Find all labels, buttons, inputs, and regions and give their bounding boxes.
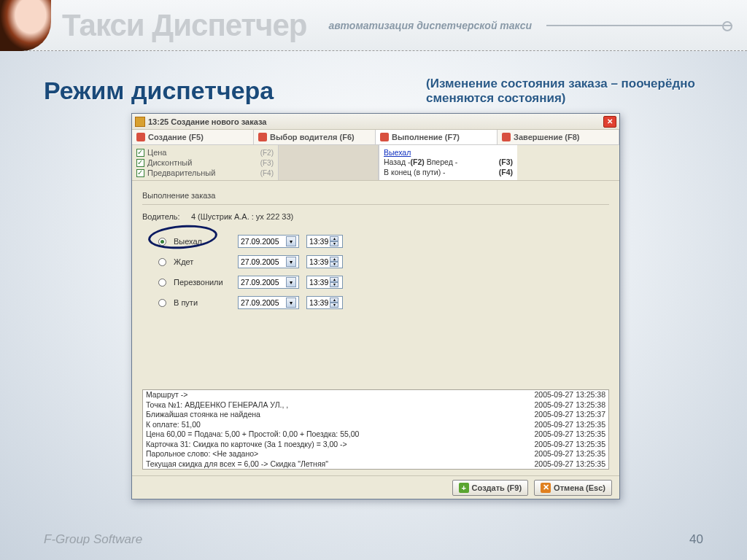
- log-line: Ближайшая стоянка не найдена2005-09-27 1…: [143, 410, 608, 420]
- spin-up-icon[interactable]: ▴: [330, 298, 338, 303]
- titlebar: 13:25 Создание нового заказа ✕: [132, 114, 619, 130]
- tab-finish[interactable]: Завершение (F8): [498, 130, 619, 144]
- log-line: Цена 60,00 = Подача: 5,00 + Простой: 0,0…: [143, 429, 608, 440]
- tab-execution[interactable]: Выполнение (F7): [376, 130, 498, 144]
- page-header: Режим диспетчера (Изменение состояния за…: [0, 51, 747, 113]
- last-col: [517, 145, 619, 180]
- create-button[interactable]: +Создать (F9): [452, 480, 528, 496]
- spin-up-icon[interactable]: ▴: [330, 236, 338, 241]
- decoration-line: [546, 25, 732, 26]
- log-line: К оплате: 51,002005-09-27 13:25:35: [143, 420, 608, 430]
- check-column: Цена(F2) Дисконтный(F3) Предварительный(…: [132, 145, 278, 180]
- check-discount[interactable]: Дисконтный(F3): [136, 158, 274, 168]
- tab-label: Выбор водителя (F6): [270, 133, 355, 141]
- subtab-body: Выехал Назад -(F2) Вперед -(F3) В конец …: [379, 145, 517, 180]
- status-block: Выехал27.09.2005▾13:39▴▾Ждет27.09.2005▾1…: [142, 231, 609, 313]
- tab-label: Выполнение (F7): [392, 133, 460, 141]
- chevron-down-icon[interactable]: ▾: [286, 257, 296, 267]
- tab-icon: [136, 133, 145, 141]
- time-input[interactable]: 13:39▴▾: [306, 296, 343, 309]
- cancel-button[interactable]: ✕Отмена (Esc): [534, 480, 612, 496]
- check-label: Дисконтный: [147, 158, 192, 167]
- radio[interactable]: [158, 238, 166, 246]
- brand-tagline: автоматизация диспетчерской такси: [329, 20, 533, 31]
- radio[interactable]: [158, 299, 166, 307]
- divider: [142, 204, 609, 205]
- check-label: Цена: [147, 148, 166, 157]
- spin-up-icon[interactable]: ▴: [330, 257, 338, 262]
- window-title: 13:25 Создание нового заказа: [148, 117, 603, 126]
- tab-icon: [502, 133, 511, 141]
- brand-title: Такси Диспетчер: [62, 8, 307, 43]
- window-icon: [135, 117, 145, 127]
- status-label: Ждет: [174, 257, 231, 266]
- window-footer: +Создать (F9) ✕Отмена (Esc): [132, 475, 619, 499]
- check-key: (F2): [260, 149, 274, 157]
- log-area[interactable]: Маршрут ->2005-09-27 13:25:38Точка №1: А…: [142, 389, 609, 470]
- close-button[interactable]: ✕: [603, 116, 616, 128]
- driver-value: 4 (Шустрик А.А. : ух 222 33): [191, 212, 293, 221]
- page-title: Режим диспетчера: [44, 77, 274, 106]
- check-price[interactable]: Цена(F2): [136, 147, 274, 158]
- spin-down-icon[interactable]: ▾: [330, 241, 338, 246]
- time-input[interactable]: 13:39▴▾: [306, 255, 343, 268]
- status-row: Перезвонили27.09.2005▾13:39▴▾: [142, 272, 609, 292]
- time-input[interactable]: 13:39▴▾: [306, 235, 343, 248]
- spin-down-icon[interactable]: ▾: [330, 282, 338, 287]
- radio[interactable]: [158, 258, 166, 266]
- date-input[interactable]: 27.09.2005▾: [238, 296, 299, 309]
- banner: Такси Диспетчер автоматизация диспетчерс…: [0, 0, 747, 51]
- radio[interactable]: [158, 279, 166, 287]
- status-label: Перезвонили: [174, 278, 231, 287]
- button-label: Отмена (Esc): [554, 483, 605, 492]
- log-line: Парольное слово: <Не задано>2005-09-27 1…: [143, 449, 608, 459]
- log-line: Точка №1: АВДЕЕНКО ГЕНЕРАЛА УЛ., ,2005-0…: [143, 400, 608, 411]
- check-prelim[interactable]: Предварительный(F4): [136, 168, 274, 178]
- status-row: Ждет27.09.2005▾13:39▴▾: [142, 252, 609, 272]
- driver-row: Водитель: 4 (Шустрик А.А. : ух 222 33): [142, 212, 609, 221]
- tab-label: Завершение (F8): [514, 133, 580, 141]
- plus-icon: +: [459, 483, 469, 493]
- state-link[interactable]: Выехал: [384, 148, 513, 157]
- tab-icon: [380, 133, 389, 141]
- check-key: (F3): [260, 159, 274, 167]
- button-label: Создать (F9): [472, 483, 522, 492]
- date-input[interactable]: 27.09.2005▾: [238, 276, 299, 289]
- slide-footer: F-Group Software 40: [44, 532, 703, 547]
- status-row: В пути27.09.2005▾13:39▴▾: [142, 292, 609, 313]
- mid-gray: [278, 145, 379, 180]
- spin-up-icon[interactable]: ▴: [330, 277, 338, 282]
- date-input[interactable]: 27.09.2005▾: [238, 235, 299, 248]
- chevron-down-icon[interactable]: ▾: [286, 298, 296, 308]
- section-label: Выполнение заказа: [142, 191, 609, 200]
- avatar: [0, 0, 51, 51]
- tab-label: Создание (F5): [148, 133, 204, 141]
- body-area: Выполнение заказа Водитель: 4 (Шустрик А…: [132, 181, 619, 475]
- spin-down-icon[interactable]: ▾: [330, 303, 338, 308]
- company-name: F-Group Software: [44, 532, 142, 547]
- top-strip: Цена(F2) Дисконтный(F3) Предварительный(…: [132, 145, 619, 181]
- date-input[interactable]: 27.09.2005▾: [238, 255, 299, 268]
- chevron-down-icon[interactable]: ▾: [286, 236, 296, 246]
- tab-create[interactable]: Создание (F5): [132, 130, 254, 144]
- chevron-down-icon[interactable]: ▾: [286, 277, 296, 287]
- driver-label: Водитель:: [142, 212, 180, 221]
- time-input[interactable]: 13:39▴▾: [306, 276, 343, 289]
- status-label: В пути: [174, 298, 231, 307]
- log-line: Маршрут ->2005-09-27 13:25:38: [143, 390, 608, 400]
- order-window: 13:25 Создание нового заказа ✕ Создание …: [131, 113, 620, 499]
- page-subtitle: (Изменение состояния заказа – поочерёдно…: [426, 77, 703, 106]
- page-number: 40: [689, 532, 703, 547]
- check-key: (F4): [260, 169, 274, 177]
- log-line: Карточка 31: Скидка по карточке (За 1 по…: [143, 440, 608, 450]
- log-line: Текущая скидка для всех = 6,00 -> Скидка…: [143, 459, 608, 470]
- check-label: Предварительный: [147, 168, 215, 177]
- close-icon: ✕: [541, 483, 551, 493]
- tab-driver[interactable]: Выбор водителя (F6): [254, 130, 376, 144]
- tab-row: Создание (F5) Выбор водителя (F6) Выполн…: [132, 130, 619, 145]
- tab-icon: [258, 133, 267, 141]
- spin-down-icon[interactable]: ▾: [330, 262, 338, 267]
